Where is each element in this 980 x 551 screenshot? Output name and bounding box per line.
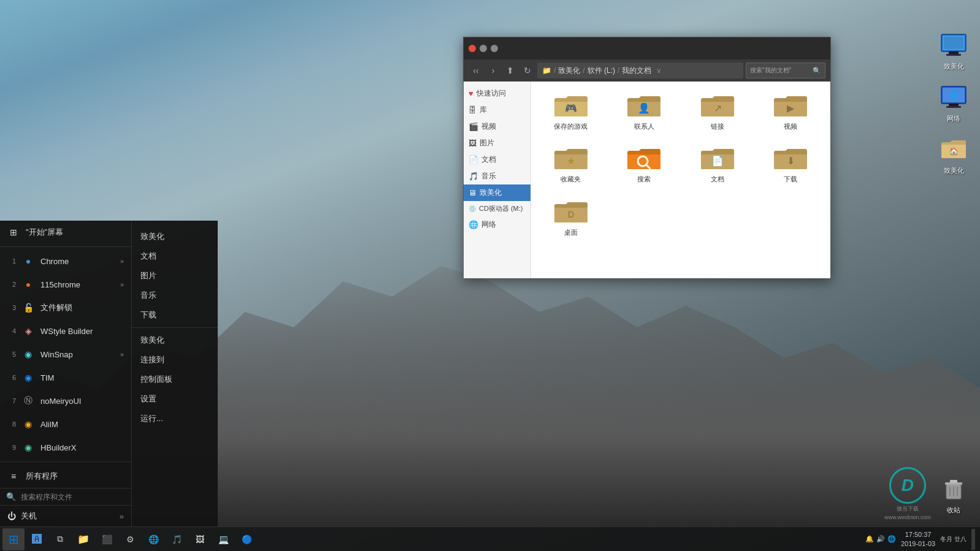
fm-refresh-button[interactable]: ↻ xyxy=(520,63,535,78)
taskbar-app3[interactable]: 🌐 xyxy=(142,528,164,550)
start-button[interactable]: ⊞ xyxy=(2,528,25,550)
folder-videos[interactable]: ▶ 视频 xyxy=(757,88,825,134)
taskbar-volume-icon[interactable]: 🔊 xyxy=(876,535,885,543)
taskbar-app6[interactable]: 💻 xyxy=(212,528,234,550)
taskbar-app7[interactable]: 🔵 xyxy=(235,528,258,550)
start-right-music[interactable]: 音乐 xyxy=(132,286,218,305)
start-right-documents[interactable]: 文档 xyxy=(132,246,218,266)
folder-documents[interactable]: 📄 文档 xyxy=(684,140,751,187)
fm-close-button[interactable] xyxy=(469,45,476,52)
fm-sidebar-music[interactable]: 🎵 音乐 xyxy=(464,168,530,184)
all-programs-icon: ≡ xyxy=(7,470,20,482)
library-label: 库 xyxy=(480,105,487,115)
desktop-icon-recycle[interactable]: 收站 xyxy=(932,474,975,514)
taskbar-notification-icon[interactable]: 🔔 xyxy=(865,535,874,543)
taskbar-right: 🔔 🔊 🌐 17:50:37 2019-01-03 冬月 廿八 xyxy=(865,529,980,550)
folder-search[interactable]: 搜索 xyxy=(611,140,678,187)
fm-sidebar-zhimeihua[interactable]: 🖥 致美化 xyxy=(464,184,530,201)
desktop-icon-folder[interactable]: 🏠 致美化 xyxy=(932,135,975,175)
taskbar-show-desktop[interactable] xyxy=(971,529,975,550)
fm-sidebar-network[interactable]: 🌐 网络 xyxy=(464,216,530,233)
fm-breadcrumb-3[interactable]: 我的文档 xyxy=(622,66,651,76)
start-divider-2 xyxy=(0,462,131,462)
fm-back-button[interactable]: ‹‹ xyxy=(469,63,483,78)
taskbar-clock[interactable]: 17:50:37 2019-01-03 xyxy=(901,530,935,548)
taskbar-cortana[interactable]: 🅰 xyxy=(26,528,48,550)
start-right-zhimeihua2[interactable]: 致美化 xyxy=(132,330,218,350)
fm-breadcrumb-1[interactable]: 致美化 xyxy=(558,66,580,76)
fm-breadcrumb-chevron[interactable]: ∨ xyxy=(656,66,662,75)
screen-icon: ⊞ xyxy=(7,226,20,238)
start-app-list: ⊞ "开始"屏幕 1 ● Chrome » 2 ● 115chrome » 3 … xyxy=(0,221,131,488)
video-icon: 🎬 xyxy=(469,122,478,131)
taskbar-task-view[interactable]: ⧉ xyxy=(49,528,71,550)
start-app-tim[interactable]: 6 ◉ TIM xyxy=(0,366,131,389)
taskbar-left: ⊞ 🅰 ⧉ 📁 ⬛ ⚙ 🌐 🎵 🖼 💻 🔵 xyxy=(0,528,258,550)
folder-downloads-label: 下载 xyxy=(784,175,797,183)
fm-sidebar-cd[interactable]: 💿 CD驱动器 (M:) xyxy=(464,201,530,216)
fm-search-bar[interactable]: 搜索"我的文档" 🔍 xyxy=(746,63,825,78)
taskbar-app2[interactable]: ⚙ xyxy=(119,528,141,550)
pictures-label: 图片 xyxy=(480,138,494,148)
start-right-control-panel[interactable]: 控制面板 xyxy=(132,370,218,389)
folder-links[interactable]: ↗ 链接 xyxy=(684,88,751,134)
start-right-run[interactable]: 运行... xyxy=(132,409,218,428)
desktop-icon-computer[interactable]: 致美化 xyxy=(932,31,975,70)
start-power-button[interactable]: ⏻ 关机 » xyxy=(0,505,131,526)
watermark: D 微当下载 www.weidown.com xyxy=(884,467,931,520)
svg-rect-3 xyxy=(946,54,961,56)
folder-contacts[interactable]: 👤 联系人 xyxy=(611,88,678,134)
start-app-hbuilderx[interactable]: 9 ◉ HBuilderX xyxy=(0,436,131,459)
taskbar-app1[interactable]: ⬛ xyxy=(96,528,118,550)
start-app-winsnap[interactable]: 5 ◉ WinSnap » xyxy=(0,343,131,366)
folder-saved-games[interactable]: 🎮 保存的游戏 xyxy=(537,88,605,134)
fm-body: ♥ 快速访问 🗄 库 🎬 视频 🖼 图片 📄 文档 🎵 音乐 xyxy=(464,82,830,278)
start-right-pictures[interactable]: 图片 xyxy=(132,266,218,286)
start-app-fileunlock[interactable]: 3 🔓 文件解锁 xyxy=(0,296,131,319)
network-label: 网络 xyxy=(947,115,960,123)
start-all-programs[interactable]: ≡ 所有程序 xyxy=(0,465,131,488)
computer-icon xyxy=(939,31,968,60)
115chrome-arrow: » xyxy=(120,281,124,288)
fm-maximize-button[interactable] xyxy=(491,45,498,52)
start-app-aliim[interactable]: 8 ◉ AliIM xyxy=(0,412,131,436)
fm-sidebar-documents[interactable]: 📄 文档 xyxy=(464,151,530,168)
fm-sidebar-pictures[interactable]: 🖼 图片 xyxy=(464,135,530,151)
start-right-connect[interactable]: 连接到 xyxy=(132,350,218,370)
start-right-downloads[interactable]: 下载 xyxy=(132,305,218,325)
taskbar-app4[interactable]: 🎵 xyxy=(166,528,188,550)
start-app-wstyle[interactable]: 4 ◈ WStyle Builder xyxy=(0,319,131,343)
start-app-nomeiryoui[interactable]: 7 Ⓝ noMeiryoUI xyxy=(0,389,131,412)
taskbar-app5[interactable]: 🖼 xyxy=(189,528,211,550)
fm-minimize-button[interactable] xyxy=(480,45,487,52)
start-search-input[interactable] xyxy=(21,493,125,501)
start-right-divider xyxy=(132,327,218,328)
tim-icon: ◉ xyxy=(22,371,34,384)
fm-breadcrumb-2[interactable]: 软件 (L:) xyxy=(588,66,615,76)
app-aliim-label: AliIM xyxy=(40,420,124,429)
app-115chrome-label: 115chrome xyxy=(40,280,114,289)
taskbar-explorer[interactable]: 📁 xyxy=(72,528,94,550)
fm-forward-button[interactable]: › xyxy=(486,63,500,78)
taskbar-time: 17:50:37 xyxy=(901,530,935,539)
aliim-icon: ◉ xyxy=(22,418,34,430)
fm-sidebar-video[interactable]: 🎬 视频 xyxy=(464,118,530,135)
nomeiryoui-icon: Ⓝ xyxy=(22,395,34,407)
start-app-115chrome[interactable]: 2 ● 115chrome » xyxy=(0,273,131,296)
start-app-chrome[interactable]: 1 ● Chrome » xyxy=(0,249,131,273)
sidebar-network-label: 网络 xyxy=(481,219,496,230)
start-right-settings[interactable]: 设置 xyxy=(132,389,218,409)
desktop-icon-network[interactable]: 🌐 网络 xyxy=(932,83,975,123)
taskbar-network-icon[interactable]: 🌐 xyxy=(887,535,896,543)
sidebar-network-icon: 🌐 xyxy=(469,220,478,229)
folder-favorites[interactable]: ★ 收藏夹 xyxy=(537,140,605,187)
fm-sidebar-quickaccess[interactable]: ♥ 快速访问 xyxy=(464,85,530,102)
start-app-screen[interactable]: ⊞ "开始"屏幕 xyxy=(0,221,131,244)
desktop-icon-area: 致美化 🌐 网络 🏠 致美化 xyxy=(932,31,975,175)
fm-up-button[interactable]: ⬆ xyxy=(503,63,518,78)
start-right-zhimeihua1[interactable]: 致美化 xyxy=(132,227,218,246)
fm-sidebar-library[interactable]: 🗄 库 xyxy=(464,102,530,118)
folder-downloads[interactable]: ⬇ 下载 xyxy=(757,140,825,187)
folder-desktop[interactable]: D 桌面 xyxy=(537,194,605,240)
fm-folder-icon-small: 📁 xyxy=(542,66,551,75)
